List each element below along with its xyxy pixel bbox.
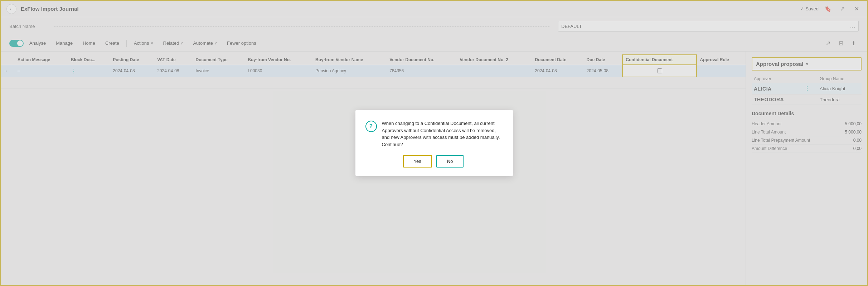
modal-message: When changing to a Confidential Document… xyxy=(382,120,501,148)
modal-overlay: ? When changing to a Confidential Docume… xyxy=(0,0,868,286)
modal-icon-text: ? xyxy=(369,123,373,130)
modal-dialog: ? When changing to a Confidential Docume… xyxy=(355,110,513,176)
modal-body: ? When changing to a Confidential Docume… xyxy=(365,120,501,148)
no-button[interactable]: No xyxy=(436,155,464,168)
yes-button[interactable]: Yes xyxy=(403,155,432,168)
modal-buttons: Yes No xyxy=(365,155,501,168)
modal-icon: ? xyxy=(365,121,377,132)
